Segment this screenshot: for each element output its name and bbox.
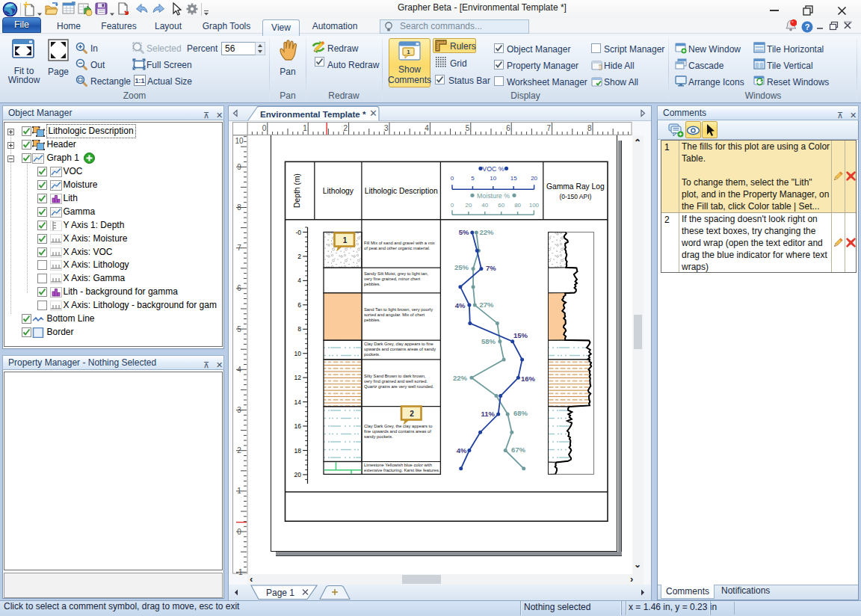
svg-text:2: 2	[410, 410, 414, 418]
svg-text:18: 18	[294, 447, 302, 455]
svg-text:3: 3	[384, 124, 389, 132]
svg-text:20: 20	[465, 202, 472, 209]
svg-text:5: 5	[466, 124, 470, 132]
svg-text:15%: 15%	[513, 331, 528, 339]
svg-text:10: 10	[490, 175, 496, 182]
svg-text:1: 1	[343, 236, 348, 244]
svg-text:7: 7	[237, 244, 241, 252]
svg-text:6: 6	[297, 301, 301, 309]
svg-text:Silty Sand Brown to dark brown: Silty Sand Brown to dark brown,very find…	[364, 374, 434, 389]
svg-text:68%: 68%	[513, 409, 528, 417]
svg-text:3: 3	[237, 406, 241, 414]
svg-text:Sandy Silt Moist, grey to ligh: Sandy Silt Moist, grey to light tan,very…	[364, 271, 428, 286]
svg-text:11%: 11%	[481, 410, 496, 418]
svg-text:40: 40	[481, 202, 488, 209]
svg-text:4%: 4%	[457, 446, 467, 455]
svg-text:?: ?	[805, 22, 810, 31]
svg-text:60: 60	[498, 202, 504, 209]
svg-text:10: 10	[294, 350, 302, 357]
svg-text:Gamma Ray Log: Gamma Ray Log	[546, 182, 605, 191]
svg-text:8: 8	[587, 124, 592, 132]
svg-text:5: 5	[471, 175, 475, 182]
svg-text:16: 16	[294, 422, 302, 430]
svg-text:Limestone Yellowish blue color: Limestone Yellowish blue color withexten…	[364, 463, 440, 472]
svg-text:14: 14	[294, 398, 302, 406]
svg-text:Moisture %: Moisture %	[477, 192, 510, 200]
svg-text:0: 0	[451, 202, 454, 209]
svg-text:6: 6	[506, 124, 510, 132]
svg-text:(0-150 API): (0-150 API)	[559, 193, 591, 200]
svg-text:4: 4	[425, 124, 429, 132]
svg-text:0: 0	[237, 528, 241, 536]
svg-text:Lithologic Description: Lithologic Description	[365, 187, 438, 195]
svg-text:2: 2	[237, 446, 241, 455]
svg-text:9: 9	[237, 163, 241, 171]
svg-text:16%: 16%	[521, 375, 536, 383]
svg-text:2: 2	[344, 124, 348, 132]
svg-text:Depth (m): Depth (m)	[293, 173, 301, 208]
svg-text:-0: -0	[295, 229, 301, 236]
svg-text:80: 80	[514, 202, 521, 209]
svg-text:22%: 22%	[453, 374, 468, 382]
svg-text:Clay Dark Grey, the clay appe: Clay Dark Grey, the clay appears tofine …	[364, 424, 432, 439]
svg-text:1: 1	[237, 487, 241, 495]
svg-text:0: 0	[262, 124, 267, 132]
svg-text:15: 15	[510, 175, 517, 182]
svg-text:-1: -1	[236, 568, 243, 576]
svg-text:7: 7	[547, 124, 552, 132]
svg-text:4: 4	[237, 366, 241, 374]
svg-text:5%: 5%	[459, 228, 469, 236]
svg-text:12: 12	[294, 374, 302, 381]
svg-text:67%: 67%	[511, 446, 526, 454]
svg-text:Page 1: Page 1	[266, 588, 294, 598]
svg-text:4%: 4%	[455, 301, 466, 309]
svg-text:1: 1	[407, 49, 410, 55]
svg-text:4: 4	[297, 277, 301, 284]
svg-text:0: 0	[451, 175, 454, 182]
svg-text:20: 20	[294, 471, 302, 478]
svg-text:10: 10	[235, 137, 244, 145]
svg-text:8: 8	[297, 325, 301, 333]
svg-text:27%: 27%	[480, 301, 495, 309]
svg-text:5: 5	[237, 325, 241, 333]
svg-text:22%: 22%	[480, 228, 495, 236]
svg-text:Lithology: Lithology	[323, 187, 354, 195]
svg-text:6: 6	[237, 284, 241, 292]
svg-text:20: 20	[531, 175, 537, 182]
svg-text:VOC %: VOC %	[482, 165, 504, 173]
svg-text:58%: 58%	[481, 337, 496, 345]
svg-text:Fill Mix of sand and gravel w: Fill Mix of sand and gravel with a mixof…	[364, 241, 435, 250]
svg-text:Sand Tan to light brown, very: Sand Tan to light brown, very poorlysort…	[364, 307, 433, 322]
svg-text:2: 2	[297, 253, 301, 260]
svg-text:8: 8	[237, 203, 241, 212]
svg-text:25%: 25%	[454, 263, 469, 271]
svg-text:7%: 7%	[486, 264, 496, 272]
svg-text:100: 100	[529, 202, 540, 209]
svg-text:Clay Dark Grey, clay appears: Clay Dark Grey, clay appears to fineupwa…	[364, 342, 436, 357]
svg-text:1:1: 1:1	[135, 77, 144, 84]
svg-text:1: 1	[303, 124, 307, 132]
